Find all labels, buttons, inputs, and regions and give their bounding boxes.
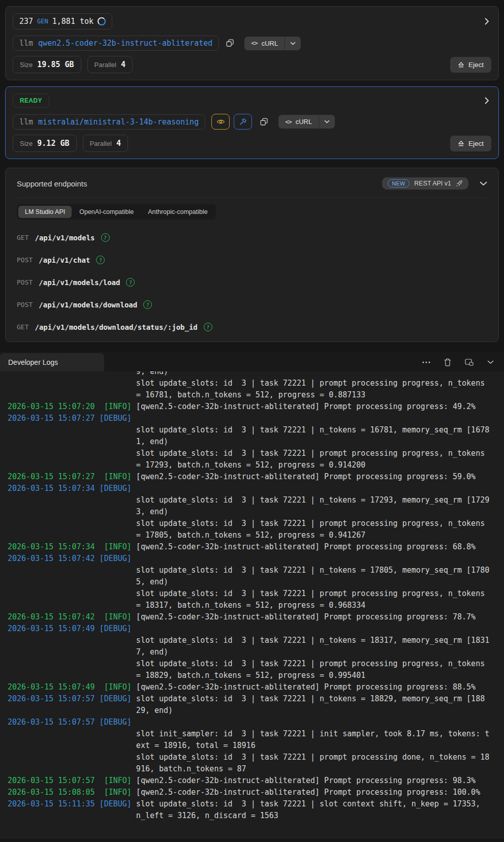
vision-capability-button[interactable] [211,114,230,130]
chevron-right-icon[interactable] [483,16,491,27]
log-line: = 16781, batch.n_tokens = 512, progress … [8,389,504,401]
log-timestamp-debug: 2026-03-15 15:07:34 [DEBUG] [8,483,136,494]
tab-anthropic-compatible[interactable]: Anthropic-compatible [141,206,214,218]
log-message: [qwen2.5-coder-32b-instruct-abliterated]… [136,612,476,621]
log-timestamp-info: 2026-03-15 15:07:42 [INFO] [8,611,136,623]
log-message: slot update_slots: id 3 | task 72221 | n… [136,694,485,703]
endpoint-row: POST/api/v1/models/download? [17,300,487,309]
help-icon[interactable]: ? [143,300,152,309]
log-line: = 17805, batch.n_tokens = 512, progress … [8,529,504,541]
new-badge: NEW [388,179,410,188]
hammer-icon [239,118,247,126]
help-icon[interactable]: ? [96,256,105,264]
log-message: slot update_slots: id 3 | task 72221 | p… [136,659,485,668]
curl-label: cURL [296,118,312,126]
tab-openai-compatible[interactable]: OpenAI-compatible [73,206,140,218]
help-icon[interactable]: ? [204,323,212,331]
log-message: 916, batch.n_tokens = 87 [136,764,246,773]
log-line: 2026-03-15 15:07:27 [DEBUG] [8,413,504,424]
model-type-label: llm [19,117,33,127]
curl-button[interactable]: <> cURL [244,37,301,50]
log-message: slot init_sampler: id 3 | task 72221 | i… [136,729,489,738]
help-icon[interactable]: ? [126,278,135,287]
copy-button[interactable] [258,116,270,128]
log-line: slot update_slots: id 3 | task 72221 | p… [8,752,504,763]
log-timestamp-info: 2026-03-15 15:07:20 [INFO] [8,401,136,413]
tool-use-capability-button[interactable] [234,114,252,130]
log-timestamp-info: 2026-03-15 15:07:57 [INFO] [8,775,136,787]
log-message: [qwen2.5-coder-32b-instruct-abliterated]… [136,682,476,692]
tab-lm-studio-api[interactable]: LM Studio API [18,206,72,218]
endpoints-tabs: LM Studio APIOpenAI-compatibleAnthropic-… [17,204,216,220]
help-icon[interactable]: ? [101,233,110,242]
endpoint-method: GET [17,323,28,331]
model-identifier[interactable]: llm mistralai/ministral-3-14b-reasoning [13,114,205,130]
log-timestamp-info: 2026-03-15 15:08:05 [INFO] [8,787,136,798]
endpoint-row: POST/api/v1/chat? [17,256,487,264]
log-message: slot update_slots: id 3 | task 72221 | p… [136,753,489,762]
parallel-badge: Parallel 4 [83,135,128,152]
endpoint-row: POST/api/v1/models/load? [17,278,487,287]
endpoints-list: GET/api/v1/models?POST/api/v1/chat?POST/… [17,233,487,331]
log-line: 2026-03-15 15:07:20 [INFO][qwen2.5-coder… [8,401,504,413]
log-line: 2026-03-15 15:07:34 [INFO][qwen2.5-coder… [8,541,504,553]
log-line: 7, end) [8,646,504,658]
log-timestamp-info: 2026-03-15 15:07:49 [INFO] [8,681,136,693]
log-line: slot update_slots: id 3 | task 72221 | n… [8,565,504,576]
rocket-icon [456,180,463,187]
log-line: 2026-03-15 15:07:57 [DEBUG]slot update_s… [8,693,504,705]
log-output[interactable]: 9, end)slot update_slots: id 3 | task 72… [0,371,504,839]
model-name: mistralai/ministral-3-14b-reasoning [38,117,199,127]
log-line: = 17293, batch.n_tokens = 512, progress … [8,459,504,471]
log-message: slot update_slots: id 3 | task 72221 | p… [136,589,485,598]
log-timestamp-debug: 2026-03-15 15:07:57 [DEBUG] [8,716,136,728]
eject-label: Eject [468,61,484,69]
log-message: slot update_slots: id 3 | task 72221 | n… [136,425,489,434]
log-line: 2026-03-15 15:11:35 [DEBUG]slot update_s… [8,798,504,810]
size-badge: Size 19.85 GB [13,56,81,73]
log-line: 2026-03-15 15:07:57 [INFO][qwen2.5-coder… [8,775,504,787]
code-icon: <> [285,118,291,126]
curl-dropdown-button[interactable] [285,37,301,50]
endpoint-path: /api/v1/chat [39,256,90,264]
log-line: 29, end) [8,705,504,716]
chevron-down-icon [487,360,494,364]
log-message: [qwen2.5-coder-32b-instruct-abliterated]… [136,776,476,785]
log-line: 2026-03-15 15:08:05 [INFO][qwen2.5-coder… [8,787,504,798]
log-line: slot update_slots: id 3 | task 72221 | p… [8,658,504,670]
more-options-button[interactable] [422,361,430,363]
parallel-badge: Parallel 4 [87,56,133,73]
model-identifier[interactable]: llm qwen2.5-coder-32b-instruct-abliterat… [13,36,219,51]
log-message: 1, end) [136,437,168,446]
size-badge: Size 9.12 GB [13,135,77,152]
copy-button[interactable] [224,37,236,49]
curl-button[interactable]: <> cURL [278,115,335,129]
clear-logs-button[interactable] [444,358,451,366]
log-message: slot update_slots: id 3 | task 72221 | n… [136,566,489,575]
log-message: 7, end) [136,647,168,657]
log-line: 2026-03-15 15:07:57 [DEBUG] [8,716,504,728]
log-message: slot update_slots: id 3 | task 72221 | p… [136,519,485,528]
log-message: [qwen2.5-coder-32b-instruct-abliterated]… [136,402,476,411]
trash-icon [444,358,451,366]
eject-button[interactable]: Eject [450,136,491,151]
collapse-logs-button[interactable] [487,360,494,364]
log-message: n_left = 3126, n_discard = 1563 [136,811,278,820]
pop-out-logs-button[interactable] [465,359,474,366]
rest-api-badge[interactable]: NEW REST API v1 [382,177,468,190]
chevron-right-icon[interactable] [483,95,491,106]
eye-icon [216,118,225,125]
log-line: 2026-03-15 15:07:49 [INFO][qwen2.5-coder… [8,681,504,693]
endpoints-title: Supported endpoints [17,179,87,188]
log-line: slot update_slots: id 3 | task 72221 | p… [8,378,504,389]
eject-button[interactable]: Eject [450,57,491,73]
log-message: 5, end) [136,577,168,586]
endpoint-path: /api/v1/models/load [39,278,120,287]
collapse-endpoints-button[interactable] [480,181,487,186]
model-name: qwen2.5-coder-32b-instruct-abliterated [38,39,212,48]
curl-dropdown-button[interactable] [319,115,335,129]
generation-stats-badge[interactable]: 237 GEN 1,881 tok [13,13,112,29]
eject-icon [458,61,464,68]
tab-developer-logs[interactable]: Developer Logs [0,353,104,371]
eject-icon [458,140,464,147]
